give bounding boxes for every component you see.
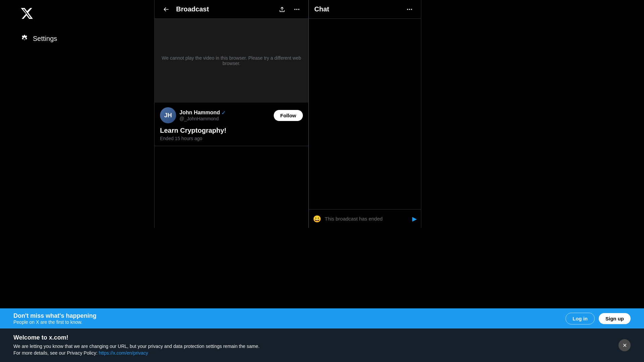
privacy-notice: Welcome to x.com! We are letting you kno… <box>0 328 644 362</box>
signup-button[interactable]: Sign up <box>599 313 631 324</box>
bottom-banner: Don't miss what's happening People on X … <box>0 308 644 328</box>
privacy-close-button[interactable]: ✕ <box>619 339 631 351</box>
profile-section: JH John Hammond ✓ @_JohnHammond Follow L… <box>155 103 308 146</box>
more-icon <box>293 6 300 13</box>
banner-main-text: Don't miss what's happening <box>13 312 566 319</box>
video-player: We cannot play the video in this browser… <box>155 19 308 103</box>
username: @_JohnHammond <box>179 116 226 121</box>
gear-icon <box>20 34 29 43</box>
banner-text-area: Don't miss what's happening People on X … <box>13 312 566 325</box>
broadcast-header: Broadcast <box>155 0 308 19</box>
display-name: John Hammond <box>179 110 220 116</box>
chat-input-field[interactable] <box>325 216 409 222</box>
share-button[interactable] <box>276 3 288 15</box>
close-icon: ✕ <box>623 342 627 349</box>
profile-name-row: John Hammond ✓ <box>179 110 226 116</box>
settings-item[interactable]: Settings <box>20 32 57 46</box>
video-error-message: We cannot play the video in this browser… <box>155 55 308 66</box>
broadcast-stream-title: Learn Cryptography! <box>160 127 303 134</box>
more-button[interactable] <box>291 3 303 15</box>
follow-button[interactable]: Follow <box>274 110 303 121</box>
content-body <box>155 146 308 228</box>
profile-names: John Hammond ✓ @_JohnHammond <box>179 110 226 121</box>
banner-sub-text: People on X are the first to know. <box>13 319 566 325</box>
login-button[interactable]: Log in <box>566 313 595 324</box>
chat-more-icon <box>406 6 413 13</box>
privacy-link[interactable]: https://x.com/en/privacy <box>99 350 148 356</box>
broadcast-title-header: Broadcast <box>176 5 272 13</box>
chat-header: Chat <box>309 0 421 19</box>
emoji-icon[interactable]: 😀 <box>313 215 321 223</box>
avatar: JH <box>160 107 176 123</box>
header-actions <box>276 3 303 15</box>
settings-label: Settings <box>33 35 57 43</box>
chat-input-area: 😀 ▶ <box>309 209 421 228</box>
privacy-body-text: We are letting you know that we are chan… <box>13 344 260 356</box>
chat-title: Chat <box>314 5 329 13</box>
back-button[interactable] <box>160 3 172 15</box>
privacy-body: We are letting you know that we are chan… <box>13 343 612 356</box>
privacy-title: Welcome to x.com! <box>13 334 612 341</box>
broadcast-ended-text: Ended 15 hours ago <box>160 136 303 141</box>
share-icon <box>279 6 285 13</box>
x-logo[interactable] <box>20 7 34 25</box>
back-arrow-icon <box>163 6 169 13</box>
banner-actions: Log in Sign up <box>566 313 631 324</box>
chat-more-button[interactable] <box>404 3 416 15</box>
avatar-image: JH <box>160 107 176 123</box>
chat-panel: Chat 😀 ▶ <box>309 0 421 228</box>
main-content: Broadcast We cannot play the video in th… <box>154 0 309 228</box>
profile-info: JH John Hammond ✓ @_JohnHammond <box>160 107 226 123</box>
send-icon[interactable]: ▶ <box>412 215 417 223</box>
sidebar: Settings <box>0 0 154 362</box>
privacy-text-area: Welcome to x.com! We are letting you kno… <box>13 334 612 356</box>
profile-row: JH John Hammond ✓ @_JohnHammond Follow <box>160 107 303 123</box>
verified-badge-icon: ✓ <box>221 110 226 116</box>
chat-messages <box>309 19 421 209</box>
